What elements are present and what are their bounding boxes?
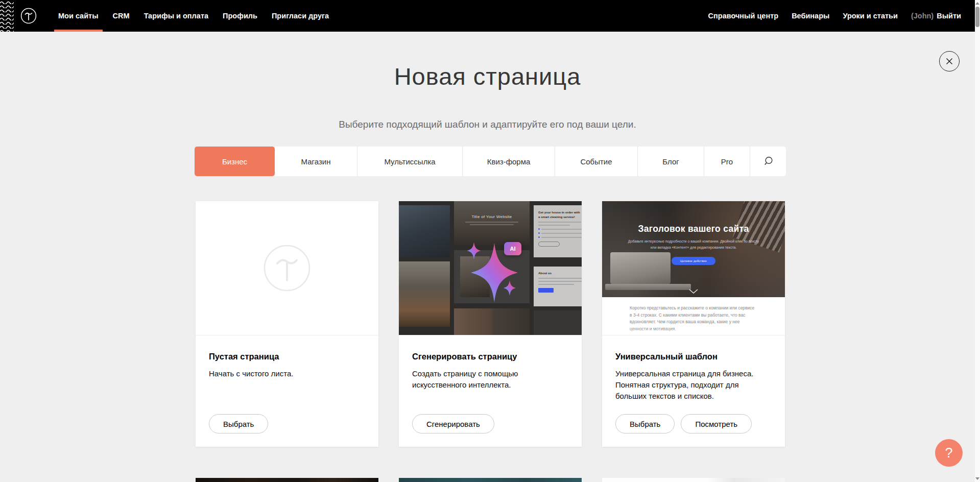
- nav-item-pricing[interactable]: Тарифы и оплата: [137, 0, 216, 32]
- card-body: Пустая страница Начать с чистого листа.: [196, 335, 378, 379]
- tab-business[interactable]: Бизнес: [195, 147, 275, 176]
- ai-badge: AI: [504, 242, 521, 255]
- scrollbar-up-arrow-icon[interactable]: [975, 2, 979, 5]
- tab-event[interactable]: Событие: [555, 147, 638, 176]
- choose-universal-button[interactable]: Выбрать: [615, 414, 675, 433]
- template-category-tabs: Бизнес Магазин Мультиссылка Квиз-форма С…: [195, 147, 786, 176]
- card-title: Пустая страница: [209, 352, 365, 362]
- nav-item-my-sites[interactable]: Мои сайты: [51, 0, 106, 32]
- tab-pro[interactable]: Pro: [704, 147, 750, 176]
- card-buttons: Выбрать: [209, 414, 268, 433]
- generate-button[interactable]: Сгенерировать: [412, 414, 494, 433]
- preview-universal-button[interactable]: Посмотреть: [681, 414, 752, 433]
- card-title: Универсальный шаблон: [615, 352, 772, 362]
- card-description: Создать страницу с помощью искусственног…: [412, 368, 568, 391]
- template-card-partial[interactable]: [602, 478, 785, 482]
- tab-blog[interactable]: Блог: [638, 147, 704, 176]
- card-body: Универсальный шаблон Универсальная стран…: [602, 335, 785, 402]
- template-card-partial[interactable]: [196, 478, 378, 482]
- search-icon: [762, 156, 774, 167]
- card-title: Сгенерировать страницу: [412, 352, 568, 362]
- nav-item-invite-friend[interactable]: Пригласи друга: [265, 0, 336, 32]
- template-hero-photo: [605, 284, 691, 290]
- chevron-down-icon: [689, 289, 698, 294]
- template-cards-row-1: Пустая страница Начать с чистого листа. …: [196, 201, 785, 447]
- template-text-section: Коротко представьтесь и расскажите о ком…: [602, 297, 785, 335]
- nav-item-help-center[interactable]: Справочный центр: [702, 0, 785, 32]
- nav-item-crm[interactable]: CRM: [106, 0, 137, 32]
- logout-control[interactable]: (John) Выйти: [904, 0, 968, 32]
- top-nav: Мои сайты CRM Тарифы и оплата Профиль Пр…: [0, 0, 975, 32]
- template-cards-row-2: [196, 478, 785, 482]
- page-subtitle: Выберите подходящий шаблон и адаптируйте…: [0, 119, 975, 130]
- nav-item-webinars[interactable]: Вебинары: [785, 0, 836, 32]
- help-button[interactable]: ?: [935, 439, 963, 467]
- scrollbar-down-arrow-icon[interactable]: [975, 477, 979, 480]
- tab-quiz-form[interactable]: Квиз-форма: [463, 147, 555, 176]
- card-buttons: Сгенерировать: [412, 414, 494, 433]
- card-body: Сгенерировать страницу Создать страницу …: [399, 335, 582, 391]
- ai-generate-preview[interactable]: Title of Your Website Get your house in …: [399, 201, 582, 335]
- card-description: Начать с чистого листа.: [209, 368, 365, 379]
- user-name: (John): [911, 12, 934, 20]
- secondary-nav: Справочный центр Вебинары Уроки и статьи…: [702, 0, 968, 32]
- template-hero: Заголовок вашего сайта Добавьте интересн…: [602, 201, 785, 297]
- primary-nav: Мои сайты CRM Тарифы и оплата Профиль Пр…: [51, 0, 336, 32]
- tab-search[interactable]: [750, 147, 786, 176]
- card-buttons: Выбрать Посмотреть: [615, 414, 752, 433]
- template-hero-title: Заголовок вашего сайта: [602, 224, 785, 234]
- template-hero-photo: [610, 252, 671, 284]
- template-cta-button: Целевое действие: [672, 257, 715, 265]
- blank-page-preview[interactable]: [196, 201, 378, 335]
- logout-label: Выйти: [937, 12, 961, 20]
- nav-item-profile[interactable]: Профиль: [216, 0, 265, 32]
- universal-template-preview[interactable]: Заголовок вашего сайта Добавьте интересн…: [602, 201, 785, 335]
- tilda-watermark-icon: [262, 244, 312, 293]
- page-scrollbar[interactable]: [975, 0, 980, 482]
- page-title: Новая страница: [0, 62, 975, 90]
- card-ai-generate: Title of Your Website Get your house in …: [399, 201, 582, 447]
- template-paragraph: Коротко представьтесь и расскажите о ком…: [630, 305, 757, 332]
- card-blank-page: Пустая страница Начать с чистого листа. …: [196, 201, 378, 447]
- scrollbar-thumb[interactable]: [975, 7, 979, 27]
- tilda-logo-icon[interactable]: [20, 8, 37, 24]
- ai-sparkle-icon: [399, 201, 582, 335]
- template-hero-subtitle: Добавьте интересные подробности о вашей …: [626, 238, 761, 251]
- card-description: Универсальная страница для бизнеса. Поня…: [615, 368, 772, 402]
- choose-blank-button[interactable]: Выбрать: [209, 414, 268, 433]
- tab-multilink[interactable]: Мультиссылка: [357, 147, 463, 176]
- tab-store[interactable]: Магазин: [275, 147, 357, 176]
- card-universal-template: Заголовок вашего сайта Добавьте интересн…: [602, 201, 785, 447]
- nav-item-lessons[interactable]: Уроки и статьи: [836, 0, 904, 32]
- tilda-pattern-menu-icon[interactable]: [0, 0, 14, 32]
- template-card-partial[interactable]: [399, 478, 582, 482]
